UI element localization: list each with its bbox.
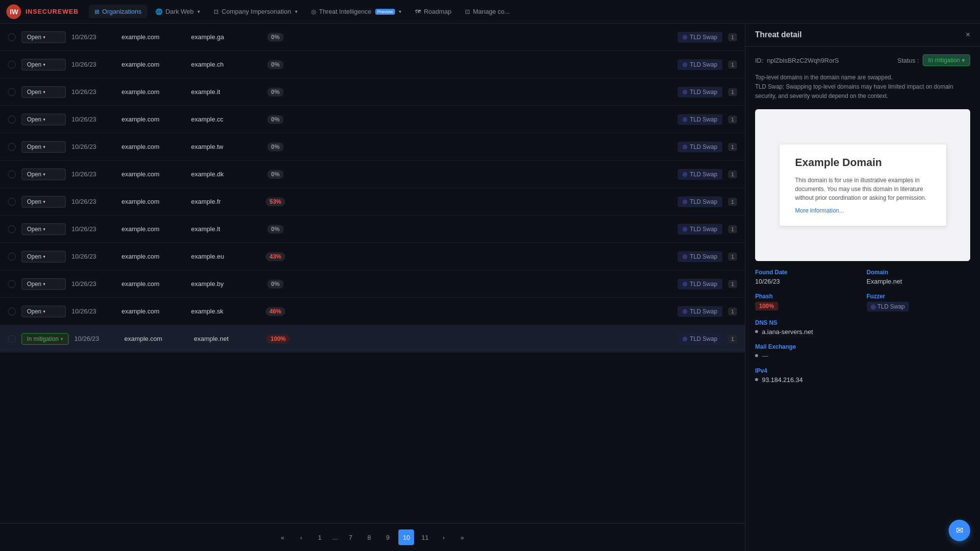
page-number-button[interactable]: 11 (417, 529, 433, 545)
row-domain: example.com (122, 253, 185, 260)
score-badge: 0% (267, 280, 283, 288)
row-count: 1 (728, 33, 737, 41)
status-text: Open (27, 198, 41, 205)
table-row[interactable]: Open ▾ 10/26/23 example.com example.cc 0… (0, 106, 745, 133)
ipv4-value: 93.184.216.34 (762, 376, 803, 383)
nav-item-manage-code[interactable]: ⊡ Manage co... (459, 5, 515, 18)
row-checkbox[interactable] (8, 116, 16, 123)
table-row[interactable]: Open ▾ 10/26/23 example.com example.it 0… (0, 78, 745, 106)
nav-label-company-impersonation: Company Impersonation (221, 8, 291, 15)
tld-swap-button[interactable]: ◎ TLD Swap (678, 251, 722, 262)
status-button[interactable]: Open ▾ (22, 114, 66, 125)
tld-swap-button[interactable]: ◎ TLD Swap (678, 196, 722, 207)
tld-swap-button[interactable]: ◎ TLD Swap (678, 224, 722, 235)
status-dropdown-chevron: ▾ (962, 57, 965, 64)
page-nav-button[interactable]: » (454, 529, 470, 545)
found-date-label: Found Date (755, 269, 859, 276)
table-row[interactable]: Open ▾ 10/26/23 example.com example.ch 0… (0, 51, 745, 78)
row-checkbox[interactable] (8, 61, 16, 69)
nav-item-company-impersonation[interactable]: ⊡ Company Impersonation ▾ (208, 5, 303, 18)
threat-intelligence-chevron: ▾ (399, 9, 401, 14)
page-number-button[interactable]: 9 (380, 529, 395, 545)
row-date: 10/26/23 (72, 116, 116, 123)
row-threat: example.it (191, 88, 255, 96)
logo-icon: IW (6, 4, 22, 20)
page-number-button[interactable]: 10 (398, 529, 414, 545)
nav-item-organizations[interactable]: ⊞ Organizations (89, 5, 147, 18)
table-row[interactable]: In mitigation ▾ 10/26/23 example.com exa… (0, 325, 745, 353)
meta-ipv4: IPv4 93.184.216.34 (755, 367, 970, 383)
table-row[interactable]: Open ▾ 10/26/23 example.com example.fr 5… (0, 188, 745, 216)
table-row[interactable]: Open ▾ 10/26/23 example.com example.sk 4… (0, 298, 745, 325)
contact-float-button[interactable]: ✉ (949, 520, 970, 541)
row-checkbox[interactable] (8, 198, 16, 206)
status-button[interactable]: In mitigation ▾ (22, 333, 69, 345)
status-label: Status : (897, 57, 919, 64)
nav-item-dark-web[interactable]: 🌐 Dark Web ▾ (149, 5, 206, 18)
table-row[interactable]: Open ▾ 10/26/23 example.com example.tw 0… (0, 133, 745, 161)
tld-swap-button[interactable]: ◎ TLD Swap (678, 279, 722, 289)
row-threat: example.dk (191, 170, 255, 178)
tld-swap-icon: ◎ (683, 281, 687, 287)
status-button[interactable]: Open ▾ (22, 306, 66, 317)
table-row[interactable]: Open ▾ 10/26/23 example.com example.ga 0… (0, 24, 745, 51)
mail-exchange-value: — (762, 352, 768, 359)
score-badge: 0% (267, 170, 283, 179)
table-row[interactable]: Open ▾ 10/26/23 example.com example.by 0… (0, 270, 745, 298)
status-button[interactable]: Open ▾ (22, 59, 66, 71)
table-row[interactable]: Open ▾ 10/26/23 example.com example.lt 0… (0, 216, 745, 243)
row-checkbox[interactable] (8, 253, 16, 261)
row-checkbox[interactable] (8, 335, 16, 343)
status-dropdown[interactable]: In mitigation ▾ (923, 54, 970, 66)
row-checkbox[interactable] (8, 170, 16, 178)
dark-web-chevron: ▾ (197, 9, 200, 14)
page-nav-button[interactable]: › (436, 529, 451, 545)
row-checkbox[interactable] (8, 143, 16, 151)
status-chevron: ▾ (43, 227, 46, 232)
status-button[interactable]: Open ▾ (22, 278, 66, 290)
tld-swap-button[interactable]: ◎ TLD Swap (678, 142, 722, 152)
table-row[interactable]: Open ▾ 10/26/23 example.com example.eu 4… (0, 243, 745, 270)
tld-swap-button[interactable]: ◎ TLD Swap (678, 334, 722, 344)
page-nav-button[interactable]: « (275, 529, 291, 545)
status-text: Open (27, 34, 41, 41)
tld-swap-label: TLD Swap (690, 335, 717, 342)
status-button[interactable]: Open ▾ (22, 196, 66, 208)
screenshot-link[interactable]: More information... (795, 207, 931, 214)
tld-swap-button[interactable]: ◎ TLD Swap (678, 59, 722, 70)
status-button[interactable]: Open ▾ (22, 31, 66, 43)
page-number-button[interactable]: 8 (361, 529, 377, 545)
page-number-button[interactable]: 1 (312, 529, 328, 545)
status-text: Open (27, 144, 41, 150)
nav-item-roadmap[interactable]: 🗺 Roadmap (409, 5, 457, 18)
row-checkbox[interactable] (8, 308, 16, 315)
tld-swap-button[interactable]: ◎ TLD Swap (678, 114, 722, 125)
nav-label-manage-code: Manage co... (473, 8, 510, 15)
row-checkbox[interactable] (8, 88, 16, 96)
status-chevron: ▾ (43, 117, 46, 122)
score-badge: 46% (266, 307, 285, 316)
status-button[interactable]: Open ▾ (22, 141, 66, 153)
status-button[interactable]: Open ▾ (22, 251, 66, 263)
row-checkbox[interactable] (8, 280, 16, 288)
table-row[interactable]: Open ▾ 10/26/23 example.com example.dk 0… (0, 161, 745, 188)
status-button[interactable]: Open ▾ (22, 223, 66, 235)
status-chevron: ▾ (43, 62, 46, 67)
status-button[interactable]: Open ▾ (22, 86, 66, 98)
nav-item-threat-intelligence[interactable]: ◎ Threat Intelligence Preview ▾ (305, 5, 407, 18)
row-date: 10/26/23 (72, 308, 116, 315)
page-number-button[interactable]: 7 (343, 529, 358, 545)
tld-swap-icon: ◎ (683, 253, 687, 260)
close-button[interactable]: × (966, 30, 970, 39)
row-date: 10/26/23 (72, 280, 116, 287)
row-count: 1 (728, 143, 737, 151)
tld-swap-button[interactable]: ◎ TLD Swap (678, 306, 722, 317)
tld-swap-button[interactable]: ◎ TLD Swap (678, 32, 722, 43)
status-button[interactable]: Open ▾ (22, 168, 66, 180)
row-checkbox[interactable] (8, 225, 16, 233)
page-nav-button[interactable]: ‹ (294, 529, 309, 545)
tld-swap-button[interactable]: ◎ TLD Swap (678, 87, 722, 97)
row-checkbox[interactable] (8, 33, 16, 41)
tld-swap-button[interactable]: ◎ TLD Swap (678, 169, 722, 180)
contact-float-icon: ✉ (956, 525, 963, 536)
